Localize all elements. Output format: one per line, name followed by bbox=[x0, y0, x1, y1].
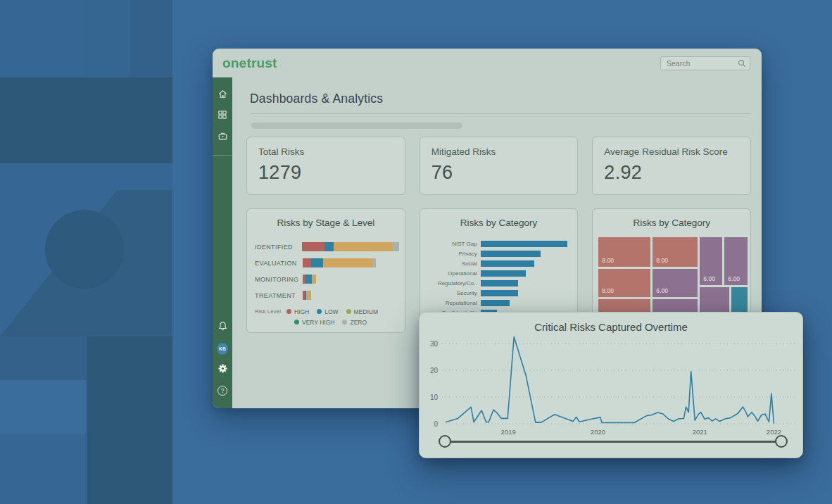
title-divider bbox=[250, 113, 751, 114]
kpi-value: 76 bbox=[431, 162, 567, 184]
chart-title: Critical Risks Captured Overtime bbox=[420, 321, 802, 333]
category-bar bbox=[481, 290, 518, 296]
category-label: Security bbox=[426, 290, 481, 296]
category-label: Regulatory/Co.. bbox=[426, 280, 481, 286]
sidebar-item-projects[interactable] bbox=[217, 132, 228, 143]
background-column bbox=[130, 0, 172, 77]
legend-item-label: MEDIUM bbox=[354, 308, 378, 315]
search-input[interactable] bbox=[660, 56, 750, 70]
bar-segment-medium bbox=[334, 242, 392, 251]
critical-risks-card: Critical Risks Captured Overtime 0102030… bbox=[419, 312, 803, 458]
background-band bbox=[0, 77, 172, 163]
legend-item-label: HIGH bbox=[294, 308, 309, 315]
y-tick-label: 20 bbox=[430, 367, 439, 374]
stacked-bar bbox=[302, 242, 399, 251]
kpi-row: Total Risks 1279 Mitigated Risks 76 Aver… bbox=[246, 137, 751, 195]
category-bar bbox=[481, 280, 518, 286]
search-icon bbox=[738, 59, 746, 68]
legend-item-label: ZERO bbox=[350, 319, 367, 326]
line-chart: 01020302019202020212022 bbox=[425, 332, 798, 438]
category-row: Operational bbox=[426, 268, 572, 278]
slider-track[interactable] bbox=[445, 441, 781, 443]
sidebar-item-profile[interactable]: KB bbox=[217, 343, 228, 354]
bar-segment-medium bbox=[306, 291, 311, 300]
bar-segment-medium bbox=[312, 275, 316, 284]
sidebar-item-dashboards[interactable] bbox=[217, 111, 228, 122]
stage-level-bars: IDENTIFIEDEVALUATIONMONITORINGTREATMENT bbox=[255, 239, 399, 303]
category-row: Social bbox=[426, 258, 572, 268]
legend-item: VERY HIGH bbox=[294, 319, 334, 326]
background-band bbox=[0, 336, 87, 380]
kpi-label: Average Residual Risk Score bbox=[604, 146, 739, 157]
category-label: Reputational bbox=[426, 300, 481, 306]
bar-segment-low bbox=[305, 275, 312, 284]
y-tick-label: 10 bbox=[430, 393, 439, 401]
category-row: NIST Gap bbox=[426, 239, 572, 248]
app-header: onetrust bbox=[213, 49, 762, 77]
category-row: Security bbox=[426, 288, 572, 298]
bar-segment-zero bbox=[373, 258, 376, 267]
stage-row: MONITORING bbox=[255, 271, 399, 287]
background-column bbox=[87, 336, 172, 504]
help-icon: ? bbox=[218, 386, 227, 396]
treemap-block-label: 6.00 bbox=[656, 287, 668, 294]
category-bar bbox=[481, 300, 510, 306]
category-label: NIST Gap bbox=[426, 241, 481, 247]
category-row: Regulatory/Co.. bbox=[426, 278, 572, 288]
treemap-block: 6.00 bbox=[700, 237, 722, 285]
stage-row: TREATMENT bbox=[255, 287, 399, 303]
background-circle bbox=[45, 210, 124, 289]
stage-label: TREATMENT bbox=[255, 292, 303, 299]
legend-dot bbox=[294, 320, 299, 325]
stage-label: MONITORING bbox=[255, 276, 303, 283]
line-series bbox=[446, 337, 774, 424]
kpi-card-avg-residual-risk: Average Residual Risk Score 2.92 bbox=[592, 137, 751, 195]
stage-label: IDENTIFIED bbox=[255, 244, 302, 251]
loading-skeleton-bar bbox=[251, 122, 462, 129]
kpi-value: 1279 bbox=[258, 162, 393, 184]
legend-dot bbox=[286, 309, 291, 314]
search-box bbox=[660, 56, 750, 70]
treemap-block: 8.00 bbox=[598, 269, 650, 297]
category-label: Privacy bbox=[426, 251, 481, 257]
y-tick-label: 30 bbox=[430, 340, 439, 348]
bar-segment-medium bbox=[323, 258, 373, 267]
category-bar bbox=[481, 270, 526, 277]
legend-item: MEDIUM bbox=[346, 308, 378, 315]
apps-grid-icon bbox=[218, 110, 227, 122]
category-bars: NIST GapPrivacySocialOperationalRegulato… bbox=[426, 239, 572, 317]
category-bar bbox=[481, 251, 541, 257]
category-label: Operational bbox=[426, 270, 481, 277]
sidebar-item-home[interactable] bbox=[217, 89, 228, 101]
slider-handle-end[interactable] bbox=[775, 435, 788, 448]
sidebar: KB ? bbox=[213, 77, 232, 408]
stacked-bar bbox=[303, 275, 316, 284]
treemap-block-label: 8.00 bbox=[656, 257, 668, 264]
line-chart-svg: 01020302019202020212022 bbox=[425, 332, 798, 438]
legend-dot bbox=[346, 309, 351, 314]
legend-item: LOW bbox=[317, 308, 338, 315]
home-icon bbox=[218, 89, 228, 102]
stage-row: EVALUATION bbox=[255, 255, 399, 271]
page-title: Dashboards & Analytics bbox=[250, 92, 751, 106]
y-tick-label: 0 bbox=[434, 420, 438, 428]
sidebar-item-settings[interactable] bbox=[217, 364, 228, 375]
legend-item-label: VERY HIGH bbox=[302, 319, 334, 326]
sidebar-item-help[interactable]: ? bbox=[217, 385, 228, 396]
stage-label: EVALUATION bbox=[255, 260, 303, 267]
sidebar-item-notifications[interactable] bbox=[217, 322, 228, 333]
kpi-value: 2.92 bbox=[604, 162, 739, 184]
category-row: Privacy bbox=[426, 248, 572, 258]
treemap-block-label: 8.00 bbox=[602, 257, 614, 264]
chart-title: Risks by Category bbox=[420, 218, 578, 228]
avatar: KB bbox=[217, 343, 228, 355]
treemap-block-label: 6.00 bbox=[728, 275, 740, 282]
kpi-card-mitigated-risks: Mitigated Risks 76 bbox=[420, 137, 579, 195]
legend-dot bbox=[342, 320, 347, 325]
gear-icon bbox=[218, 363, 228, 377]
category-label: Social bbox=[426, 260, 481, 267]
category-bar bbox=[481, 260, 534, 267]
slider-handle-start[interactable] bbox=[439, 435, 451, 448]
bar-segment-zero bbox=[392, 242, 399, 251]
sidebar-divider bbox=[213, 155, 232, 156]
